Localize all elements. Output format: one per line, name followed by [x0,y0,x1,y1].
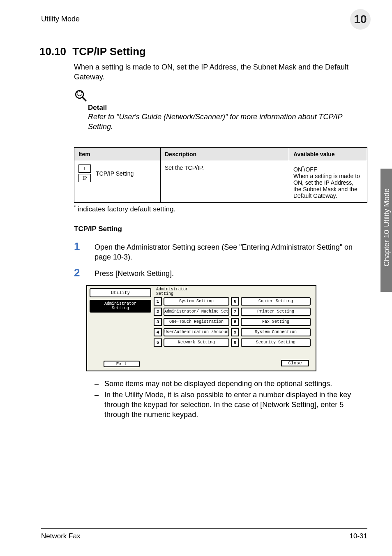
step-2: 2 Press [Network Setting]. [74,269,367,278]
available-off: /OFF [304,166,317,173]
device-menu-printer-setting[interactable]: Printer Setting [241,308,311,316]
device-menu-num: 1 [154,297,162,306]
step-1: 1 Open the Administrator Setting screen … [74,242,367,262]
table-row: I IP TCP/IP Setting Set the TCP/IP. ON*/… [74,161,367,203]
footer-left: Network Fax [41,532,80,540]
running-head: Utility Mode [41,15,80,23]
device-menu-num: 9 [231,328,239,336]
available-rest: When a setting is made to ON, set the IP… [293,173,360,199]
device-tab-utility[interactable]: Utility [90,288,151,297]
item-description: Set the TCP/IP. [161,161,289,203]
footnote: * indicates factory default setting. [74,204,367,213]
device-menu-num: 4 [154,328,162,336]
section-number: 10.10 [39,45,66,58]
device-exit-button[interactable]: Exit [104,361,140,367]
device-title-line1: Administrator [156,287,188,292]
device-close-button[interactable]: Close [281,360,309,366]
subheading: TCP/IP Setting [74,225,367,233]
device-title: Administrator Setting [156,287,188,296]
item-icon-top: I [78,164,91,173]
th-available: Available value [289,148,367,161]
item-icon: I IP [78,164,91,182]
procedure-steps: 1 Open the Administrator Setting screen … [74,242,367,279]
side-tab-section: Utility Mode [383,188,391,227]
device-menu-num: 6 [231,297,239,306]
bullet-mark: – [95,390,104,420]
device-menu-num: 5 [154,338,162,347]
item-name: TCP/IP Setting [96,170,134,177]
device-menu-fax-setting[interactable]: Fax Setting [241,318,311,326]
device-menu-num: 3 [154,318,162,326]
chapter-number: 10 [354,13,367,26]
page-header: Utility Mode 10 [41,15,367,31]
th-description: Description [161,148,289,161]
device-menu-network-setting[interactable]: Network Setting [164,338,229,347]
device-tab-admin-setting[interactable]: Administrator Setting [90,300,151,313]
step-text: Press [Network Setting]. [95,269,174,278]
detail-text: Refer to "User's Guide (Network/Scanner)… [88,112,367,132]
section-intro: When a setting is made to ON, set the IP… [74,62,367,82]
available-on: ON [293,166,302,173]
detail-label: Detail [88,104,367,112]
settings-table: Item Description Available value I IP TC… [74,147,367,203]
device-menu-onetouch[interactable]: One-Touch Registration [164,318,229,326]
list-item: – In the Utility Mode, it is also possib… [95,390,367,420]
side-tab-chapter: Chapter 10 [383,229,391,266]
detail-block: Detail Refer to "User's Guide (Network/S… [74,89,367,132]
device-menu-security-setting[interactable]: Security Setting [241,338,311,347]
side-tab: Chapter 10 Utility Mode [380,169,392,292]
device-menu-num: 7 [231,308,239,316]
device-menu-system-connection[interactable]: System Connection [241,328,311,336]
footnote-text: indicates factory default setting. [76,205,175,213]
device-menu-num: 0 [231,338,239,347]
device-tab-admin-line2: Setting [112,306,129,310]
magnifier-icon [74,89,88,104]
step-notes: – Some items may not be displayed depend… [95,379,367,419]
device-menu-num: 8 [231,318,239,326]
bullet-text: In the Utility Mode, it is also possible… [104,390,367,420]
device-menu-admin-machine[interactable]: Administrator/ Machine Setting [164,308,229,316]
list-item: – Some items may not be displayed depend… [95,379,367,389]
chapter-badge: 10 [350,9,371,30]
device-title-line2: Setting [156,292,173,296]
bullet-mark: – [95,379,104,389]
step-text: Open the Administrator Setting screen (S… [95,242,367,262]
item-icon-bottom: IP [78,174,91,182]
device-tab-admin-line1: Administrator [104,301,136,306]
device-screenshot: Utility Administrator Setting Exit Admin… [86,285,316,371]
device-menu-userauth[interactable]: UserAuthentication /Account Track [164,328,229,336]
bullet-text: Some items may not be displayed dependin… [104,379,332,389]
svg-point-1 [77,91,82,95]
footer-right: 10-31 [350,532,367,540]
page: Utility Mode 10 10.10 TCP/IP Setting Whe… [0,0,392,556]
page-footer: Network Fax 10-31 [41,528,367,540]
svg-line-2 [82,97,86,101]
step-number: 1 [74,241,84,262]
device-menu-num: 2 [154,308,162,316]
step-number: 2 [74,267,84,278]
device-menu-system-setting[interactable]: System Setting [164,297,229,306]
table-header-row: Item Description Available value [74,148,367,161]
th-item: Item [74,148,161,161]
section-title: TCP/IP Setting [72,45,146,58]
section-heading: 10.10 TCP/IP Setting [39,45,367,58]
item-available: ON*/OFF When a setting is made to ON, se… [289,161,367,203]
device-menu-copier-setting[interactable]: Copier Setting [241,297,311,306]
